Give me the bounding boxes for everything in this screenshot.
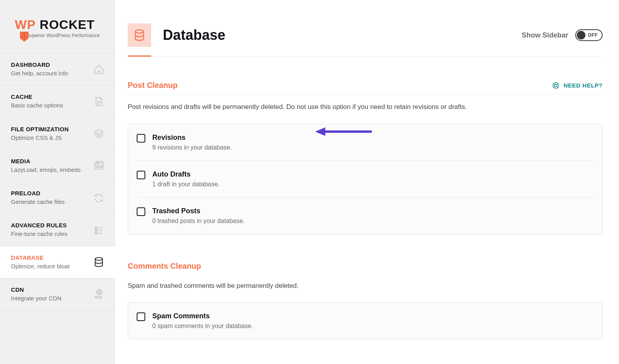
toggle-state-label: OFF <box>588 32 598 38</box>
sidebar-item-sub: Basic cache options <box>11 102 63 109</box>
option-sub: 0 spam comments in your database. <box>152 323 253 330</box>
option-title: Revisions <box>152 134 232 142</box>
sidebar-nav: DASHBOARD Get help, account info CACHE B… <box>0 53 115 310</box>
sidebar-item-sub: Optimize, reduce bloat <box>11 262 70 270</box>
svg-rect-0 <box>24 32 25 41</box>
comments-cleanup-panel: Spam Comments 0 spam comments in your da… <box>128 302 603 339</box>
option-sub: 1 draft in your database. <box>152 181 220 188</box>
need-help-link[interactable]: NEED HELP? <box>552 82 603 89</box>
toggle-knob <box>577 31 585 39</box>
sidebar: WP ROCKET Superior WordPress Performance… <box>0 0 115 364</box>
file-icon <box>93 96 104 107</box>
option-auto-drafts: Auto Drafts 1 draft in your database. <box>137 161 594 198</box>
sidebar-item-preload[interactable]: PRELOAD Generate cache files <box>0 182 115 214</box>
logo-rocket-text: ROCKET <box>40 18 95 32</box>
database-icon <box>93 257 104 268</box>
sidebar-item-title: DATABASE <box>11 254 70 261</box>
sidebar-item-title: ADVANCED RULES <box>11 222 67 228</box>
sidebar-item-sub: Generate cache files <box>11 198 65 206</box>
checkbox-revisions[interactable] <box>137 134 145 143</box>
option-title: Auto Drafts <box>152 170 220 178</box>
section-description: Spam and trashed comments will be perman… <box>128 281 603 291</box>
logo-ribbon-icon <box>20 32 29 42</box>
need-help-label: NEED HELP? <box>564 82 603 89</box>
checkbox-auto-drafts[interactable] <box>137 171 145 179</box>
section-comments-cleanup: Comments Cleanup Spam and trashed commen… <box>128 262 603 340</box>
image-icon <box>93 160 104 171</box>
option-revisions: Revisions 9 revisions in your database. <box>137 124 594 161</box>
sidebar-item-advanced-rules[interactable]: ADVANCED RULES Fine-tune cache rules <box>0 214 115 246</box>
section-description: Post revisions and drafts will be perman… <box>128 102 603 112</box>
layers-icon <box>93 128 104 139</box>
sidebar-item-cache[interactable]: CACHE Basic cache options <box>0 85 115 117</box>
page-header-icon-box <box>128 23 151 47</box>
sidebar-item-title: CACHE <box>11 93 63 100</box>
show-sidebar-toggle[interactable]: OFF <box>575 29 603 41</box>
post-cleanup-panel: Revisions 9 revisions in your database. … <box>128 124 603 234</box>
checkbox-spam-comments[interactable] <box>137 312 145 321</box>
sidebar-item-media[interactable]: MEDIA LazyLoad, emojis, embeds <box>0 150 115 182</box>
svg-rect-5 <box>95 230 97 232</box>
sidebar-item-sub: Fine-tune cache rules <box>11 230 67 238</box>
lifebuoy-icon <box>552 82 560 89</box>
page-header: Database Show Sidebar OFF <box>128 0 603 57</box>
sidebar-item-title: FILE OPTIMIZATION <box>11 126 69 132</box>
svg-rect-6 <box>95 232 97 234</box>
svg-rect-4 <box>95 227 97 229</box>
sidebar-item-dashboard[interactable]: DASHBOARD Get help, account info <box>0 53 115 85</box>
database-icon <box>133 29 146 41</box>
show-sidebar-label: Show Sidebar <box>522 31 568 39</box>
svg-point-11 <box>555 84 557 87</box>
home-icon <box>93 64 104 75</box>
section-title: Comments Cleanup <box>128 262 201 271</box>
option-title: Spam Comments <box>152 312 253 320</box>
sidebar-item-title: CDN <box>11 286 61 293</box>
option-sub: 0 trashed posts in your database. <box>152 218 245 225</box>
sliders-icon <box>93 225 104 236</box>
checkbox-trashed-posts[interactable] <box>137 207 145 216</box>
svg-point-7 <box>95 257 103 260</box>
sidebar-item-sub: LazyLoad, emojis, embeds <box>11 166 80 174</box>
sidebar-item-database[interactable]: DATABASE Optimize, reduce bloat <box>0 246 115 278</box>
sidebar-item-sub: Integrate your CDN <box>11 294 61 302</box>
sidebar-item-title: PRELOAD <box>11 190 65 196</box>
option-trashed-posts: Trashed Posts 0 trashed posts in your da… <box>137 198 594 234</box>
page-title: Database <box>163 27 225 43</box>
sidebar-item-title: DASHBOARD <box>11 61 68 68</box>
brand-logo: WP ROCKET Superior WordPress Performance <box>0 0 115 53</box>
option-sub: 9 revisions in your database. <box>152 144 232 151</box>
section-post-cleanup: Post Cleanup NEED HELP? Post revisions a… <box>128 81 603 234</box>
svg-point-9 <box>135 30 143 33</box>
option-title: Trashed Posts <box>152 207 245 215</box>
main-content: Database Show Sidebar OFF Post Cleanup N… <box>115 0 619 364</box>
logo-wp-text: WP <box>15 18 36 32</box>
logo-tagline: Superior WordPress Performance <box>27 33 103 38</box>
svg-point-3 <box>97 163 99 165</box>
sidebar-item-sub: Get help, account info <box>11 70 68 77</box>
sidebar-item-file-optimization[interactable]: FILE OPTIMIZATION Optimize CSS & JS <box>0 118 115 150</box>
sidebar-item-cdn[interactable]: CDN Integrate your CDN <box>0 278 115 310</box>
section-title: Post Cleanup <box>128 81 178 90</box>
globe-hand-icon <box>93 289 104 300</box>
option-spam-comments: Spam Comments 0 spam comments in your da… <box>137 303 594 339</box>
sidebar-item-title: MEDIA <box>11 158 80 164</box>
sidebar-item-sub: Optimize CSS & JS <box>11 134 69 142</box>
refresh-icon <box>93 193 104 203</box>
